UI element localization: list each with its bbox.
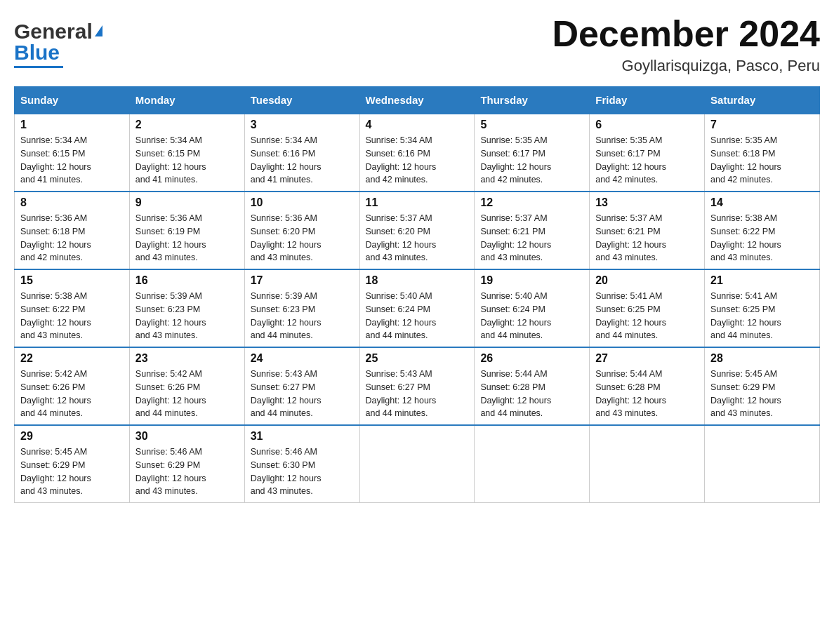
day-number: 18 (366, 274, 469, 287)
calendar-cell (590, 425, 705, 503)
day-number: 17 (251, 274, 354, 287)
calendar-table: Sunday Monday Tuesday Wednesday Thursday… (14, 86, 820, 503)
day-number: 15 (20, 274, 124, 287)
calendar-cell: 30 Sunrise: 5:46 AMSunset: 6:29 PMDaylig… (129, 425, 244, 503)
calendar-cell: 25 Sunrise: 5:43 AMSunset: 6:27 PMDaylig… (359, 347, 475, 425)
day-info: Sunrise: 5:36 AMSunset: 6:19 PMDaylight:… (135, 212, 239, 264)
day-info: Sunrise: 5:40 AMSunset: 6:24 PMDaylight:… (480, 290, 583, 342)
calendar-cell: 17 Sunrise: 5:39 AMSunset: 6:23 PMDaylig… (244, 269, 359, 347)
title-area: December 2024 Goyllarisquizga, Pasco, Pe… (552, 14, 820, 75)
page-title: December 2024 (552, 14, 820, 54)
day-info: Sunrise: 5:36 AMSunset: 6:20 PMDaylight:… (251, 212, 354, 264)
day-number: 19 (480, 274, 583, 287)
day-info: Sunrise: 5:35 AMSunset: 6:18 PMDaylight:… (710, 134, 814, 187)
day-info: Sunrise: 5:36 AMSunset: 6:18 PMDaylight:… (20, 212, 124, 264)
day-info: Sunrise: 5:37 AMSunset: 6:21 PMDaylight:… (480, 212, 583, 264)
calendar-cell: 9 Sunrise: 5:36 AMSunset: 6:19 PMDayligh… (129, 192, 244, 269)
day-info: Sunrise: 5:46 AMSunset: 6:30 PMDaylight:… (251, 445, 354, 498)
day-number: 7 (710, 119, 814, 131)
day-number: 5 (480, 119, 583, 131)
calendar-cell (475, 425, 590, 503)
calendar-cell: 6 Sunrise: 5:35 AMSunset: 6:17 PMDayligh… (590, 114, 705, 192)
day-info: Sunrise: 5:40 AMSunset: 6:24 PMDaylight:… (366, 290, 469, 342)
calendar-cell: 11 Sunrise: 5:37 AMSunset: 6:20 PMDaylig… (359, 192, 475, 269)
calendar-cell (705, 425, 820, 503)
day-number: 9 (135, 196, 239, 209)
day-info: Sunrise: 5:35 AMSunset: 6:17 PMDaylight:… (595, 134, 699, 187)
header-row: Sunday Monday Tuesday Wednesday Thursday… (15, 87, 820, 114)
calendar-cell: 10 Sunrise: 5:36 AMSunset: 6:20 PMDaylig… (244, 192, 359, 269)
day-info: Sunrise: 5:43 AMSunset: 6:27 PMDaylight:… (366, 368, 469, 420)
day-number: 13 (595, 196, 699, 209)
calendar-cell: 28 Sunrise: 5:45 AMSunset: 6:29 PMDaylig… (705, 347, 820, 425)
day-info: Sunrise: 5:35 AMSunset: 6:17 PMDaylight:… (480, 134, 583, 187)
day-info: Sunrise: 5:38 AMSunset: 6:22 PMDaylight:… (710, 212, 814, 264)
day-info: Sunrise: 5:42 AMSunset: 6:26 PMDaylight:… (20, 368, 124, 420)
day-number: 14 (710, 196, 814, 209)
logo-underline (14, 66, 63, 68)
col-saturday: Saturday (705, 87, 820, 114)
col-wednesday: Wednesday (359, 87, 475, 114)
calendar-cell: 16 Sunrise: 5:39 AMSunset: 6:23 PMDaylig… (129, 269, 244, 347)
day-number: 1 (20, 119, 124, 131)
day-number: 2 (135, 119, 239, 131)
day-number: 26 (480, 352, 583, 365)
calendar-cell: 2 Sunrise: 5:34 AMSunset: 6:15 PMDayligh… (129, 114, 244, 192)
calendar-cell: 12 Sunrise: 5:37 AMSunset: 6:21 PMDaylig… (475, 192, 590, 269)
week-row-4: 22 Sunrise: 5:42 AMSunset: 6:26 PMDaylig… (15, 347, 820, 425)
day-info: Sunrise: 5:34 AMSunset: 6:16 PMDaylight:… (366, 134, 469, 187)
calendar-cell: 7 Sunrise: 5:35 AMSunset: 6:18 PMDayligh… (705, 114, 820, 192)
calendar-cell: 22 Sunrise: 5:42 AMSunset: 6:26 PMDaylig… (15, 347, 130, 425)
day-number: 24 (251, 352, 354, 365)
page-header: General Blue December 2024 Goyllarisquiz… (14, 14, 820, 75)
logo: General Blue (14, 14, 102, 68)
day-info: Sunrise: 5:46 AMSunset: 6:29 PMDaylight:… (135, 445, 239, 498)
calendar-cell: 21 Sunrise: 5:41 AMSunset: 6:25 PMDaylig… (705, 269, 820, 347)
calendar-cell: 24 Sunrise: 5:43 AMSunset: 6:27 PMDaylig… (244, 347, 359, 425)
day-info: Sunrise: 5:42 AMSunset: 6:26 PMDaylight:… (135, 368, 239, 420)
day-number: 31 (251, 430, 354, 443)
day-number: 23 (135, 352, 239, 365)
calendar-cell: 27 Sunrise: 5:44 AMSunset: 6:28 PMDaylig… (590, 347, 705, 425)
calendar-cell: 3 Sunrise: 5:34 AMSunset: 6:16 PMDayligh… (244, 114, 359, 192)
day-info: Sunrise: 5:43 AMSunset: 6:27 PMDaylight:… (251, 368, 354, 420)
calendar-cell: 29 Sunrise: 5:45 AMSunset: 6:29 PMDaylig… (15, 425, 130, 503)
week-row-3: 15 Sunrise: 5:38 AMSunset: 6:22 PMDaylig… (15, 269, 820, 347)
day-number: 6 (595, 119, 699, 131)
day-info: Sunrise: 5:41 AMSunset: 6:25 PMDaylight:… (710, 290, 814, 342)
day-number: 16 (135, 274, 239, 287)
day-number: 10 (251, 196, 354, 209)
calendar-cell: 8 Sunrise: 5:36 AMSunset: 6:18 PMDayligh… (15, 192, 130, 269)
day-info: Sunrise: 5:38 AMSunset: 6:22 PMDaylight:… (20, 290, 124, 342)
day-number: 21 (710, 274, 814, 287)
day-number: 11 (366, 196, 469, 209)
day-info: Sunrise: 5:37 AMSunset: 6:21 PMDaylight:… (595, 212, 699, 264)
calendar-cell: 5 Sunrise: 5:35 AMSunset: 6:17 PMDayligh… (475, 114, 590, 192)
calendar-cell: 18 Sunrise: 5:40 AMSunset: 6:24 PMDaylig… (359, 269, 475, 347)
day-info: Sunrise: 5:45 AMSunset: 6:29 PMDaylight:… (20, 445, 124, 498)
col-tuesday: Tuesday (244, 87, 359, 114)
day-info: Sunrise: 5:45 AMSunset: 6:29 PMDaylight:… (710, 368, 814, 420)
col-thursday: Thursday (475, 87, 590, 114)
day-number: 20 (595, 274, 699, 287)
calendar-cell: 4 Sunrise: 5:34 AMSunset: 6:16 PMDayligh… (359, 114, 475, 192)
calendar-cell: 26 Sunrise: 5:44 AMSunset: 6:28 PMDaylig… (475, 347, 590, 425)
calendar-cell: 15 Sunrise: 5:38 AMSunset: 6:22 PMDaylig… (15, 269, 130, 347)
logo-triangle-icon (95, 25, 102, 36)
calendar-cell: 14 Sunrise: 5:38 AMSunset: 6:22 PMDaylig… (705, 192, 820, 269)
calendar-cell: 13 Sunrise: 5:37 AMSunset: 6:21 PMDaylig… (590, 192, 705, 269)
calendar-cell: 19 Sunrise: 5:40 AMSunset: 6:24 PMDaylig… (475, 269, 590, 347)
day-number: 25 (366, 352, 469, 365)
week-row-5: 29 Sunrise: 5:45 AMSunset: 6:29 PMDaylig… (15, 425, 820, 503)
day-info: Sunrise: 5:39 AMSunset: 6:23 PMDaylight:… (251, 290, 354, 342)
calendar-cell: 31 Sunrise: 5:46 AMSunset: 6:30 PMDaylig… (244, 425, 359, 503)
day-number: 27 (595, 352, 699, 365)
day-number: 29 (20, 430, 124, 443)
week-row-1: 1 Sunrise: 5:34 AMSunset: 6:15 PMDayligh… (15, 114, 820, 192)
calendar-cell (359, 425, 475, 503)
day-info: Sunrise: 5:44 AMSunset: 6:28 PMDaylight:… (595, 368, 699, 420)
col-sunday: Sunday (15, 87, 130, 114)
calendar-cell: 1 Sunrise: 5:34 AMSunset: 6:15 PMDayligh… (15, 114, 130, 192)
day-number: 30 (135, 430, 239, 443)
page-subtitle: Goyllarisquizga, Pasco, Peru (552, 57, 820, 75)
